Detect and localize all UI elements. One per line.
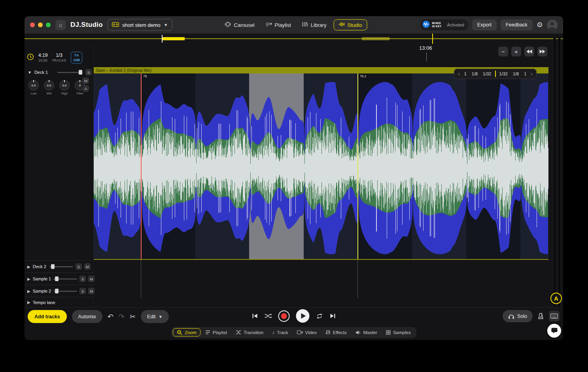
deck2-solo-button[interactable]: S	[76, 263, 82, 270]
lane-sample2[interactable]: ▶ Sample 2 S M	[25, 285, 93, 297]
loop-button[interactable]	[316, 313, 323, 319]
lane-tempo[interactable]: ▶ Tempo lane	[25, 297, 93, 307]
overview-playhead[interactable]	[432, 34, 433, 44]
nav-studio[interactable]: Studio	[334, 19, 367, 30]
deck2-mute-button[interactable]: M	[84, 263, 91, 270]
slider-thumb[interactable]	[51, 264, 55, 269]
close-window-button[interactable]	[30, 23, 35, 27]
app-logo: DJ.Studio	[70, 21, 103, 29]
cue-marker-line[interactable]	[141, 73, 142, 259]
knob-dial[interactable]: 0.0	[28, 80, 39, 90]
grid-prev-button[interactable]: ‹	[456, 71, 461, 77]
tab-transition[interactable]: Transition	[232, 329, 267, 336]
nav-carousel[interactable]: Carousel	[221, 19, 259, 30]
grid-division-5[interactable]: 1/8	[510, 71, 521, 77]
overview-view-region[interactable]	[162, 37, 185, 40]
home-icon: ⌂	[59, 22, 62, 28]
mixed-in-key-brand: MIXED IN KEY	[432, 22, 445, 28]
slider-thumb[interactable]	[79, 70, 82, 75]
eq-knob-mid[interactable]: 0.0 Mid	[42, 80, 56, 95]
automix-button[interactable]: Automix	[72, 310, 102, 323]
knob-label: Filter	[76, 92, 83, 95]
deck1-solo-button[interactable]: S	[85, 69, 92, 75]
track-sidebar: 4:19 16:50 1/3 TRACKS 7A 10B ▼ Deck 1	[25, 44, 94, 307]
harmonic-key-badge[interactable]: 7A 10B	[71, 52, 82, 64]
music-note-icon: ♪	[272, 330, 274, 335]
sample1-volume-slider[interactable]	[53, 276, 77, 281]
keyboard-shortcuts-button[interactable]	[549, 311, 560, 321]
chat-launcher-button[interactable]	[547, 324, 561, 338]
grid-division-6[interactable]: 1	[522, 71, 529, 77]
nav-library[interactable]: Library	[298, 19, 331, 30]
eq-knob-high[interactable]: 0.0 High	[58, 80, 71, 95]
solo-headphones-button[interactable]: Solo	[503, 310, 533, 322]
sample2-volume-slider[interactable]	[53, 289, 77, 293]
metronome-button[interactable]	[538, 313, 544, 319]
maximize-window-button[interactable]	[46, 23, 51, 27]
slider-thumb[interactable]	[55, 289, 59, 293]
home-button[interactable]: ⌂	[55, 20, 66, 30]
timeline-overview[interactable]	[25, 34, 563, 44]
knob-dial[interactable]: 0.0	[59, 80, 70, 90]
split-button[interactable]: ✂	[130, 313, 136, 320]
view-tabs: Zoom Playlist Transition ♪ Track Video	[171, 327, 416, 338]
undo-button[interactable]: ↶	[108, 313, 113, 320]
nav-carousel-label: Carousel	[234, 22, 255, 28]
play-button[interactable]	[296, 309, 310, 323]
assistant-logo-button[interactable]: A	[550, 293, 562, 304]
skip-to-start-button[interactable]	[252, 313, 258, 319]
minimize-window-button[interactable]	[38, 23, 43, 27]
nav-playlist[interactable]: Playlist	[262, 20, 295, 30]
transition-jump-button[interactable]	[265, 313, 272, 319]
tab-samples[interactable]: Samples	[382, 329, 415, 336]
record-button[interactable]	[278, 310, 290, 322]
knob-dial[interactable]: 0.0	[44, 80, 54, 90]
feedback-button[interactable]: Feedback	[501, 19, 533, 30]
skip-to-end-button[interactable]	[330, 313, 336, 319]
overview-cursor[interactable]	[162, 35, 163, 43]
overview-track-line	[25, 38, 563, 39]
deck1-volume-slider[interactable]	[57, 70, 83, 75]
expand-sample2-icon[interactable]: ▶	[27, 289, 30, 293]
collapse-deck1-icon[interactable]: ▼	[28, 70, 32, 75]
lane-deck2[interactable]: ▶ Deck 2 S M	[25, 260, 93, 272]
lane-sample1[interactable]: ▶ Sample 1 S M	[25, 272, 93, 285]
tab-playlist[interactable]: Playlist	[201, 329, 231, 336]
grid-division-2[interactable]: 1/8	[469, 71, 480, 77]
grid-division-4[interactable]: 1/32	[495, 71, 510, 77]
deck1-eq-knobs: 0.0 Low 0.0 Mid 0.0 High 0 Filter	[27, 80, 87, 95]
slider-thumb[interactable]	[55, 276, 59, 281]
sample2-solo-button[interactable]: S	[79, 288, 86, 294]
tab-zoom[interactable]: Zoom	[173, 328, 200, 336]
tab-track[interactable]: ♪ Track	[268, 328, 292, 337]
playhead-marker-line[interactable]	[357, 73, 358, 259]
expand-deck2-icon[interactable]: ▶	[27, 265, 30, 269]
zoom-magnifier-icon	[177, 330, 182, 335]
overview-highlight-region[interactable]	[362, 37, 389, 40]
waveform-display[interactable]	[94, 73, 548, 259]
grid-snap-control: ‹ 1 1/8 1/32 1/32 1/8 1 ›	[454, 69, 537, 79]
track-title: Slam – Exhibit 2 (Original Mix)	[96, 68, 151, 73]
expand-tempo-icon[interactable]: ▶	[27, 300, 30, 304]
eq-knob-filter[interactable]: 0 Filter	[73, 80, 87, 95]
sample1-solo-button[interactable]: S	[79, 276, 86, 282]
settings-button[interactable]: ⚙	[537, 21, 543, 28]
grid-next-button[interactable]: ›	[529, 71, 534, 77]
tab-video[interactable]: Video	[293, 329, 321, 336]
redo-button[interactable]: ↷	[119, 313, 125, 320]
deck2-volume-slider[interactable]	[49, 264, 73, 269]
mixed-in-key-badge[interactable]: MIXED IN KEY Activated	[420, 19, 468, 30]
export-button[interactable]: Export	[472, 19, 497, 30]
edit-menu-button[interactable]: Edit ▼	[141, 310, 169, 323]
grid-division-1[interactable]: 1	[462, 71, 469, 77]
skip-start-icon	[252, 313, 258, 319]
tab-effects[interactable]: Effects	[321, 328, 351, 336]
project-selector[interactable]: short stem demo ▼	[108, 19, 172, 31]
add-tracks-button[interactable]: Add tracks	[28, 310, 67, 323]
expand-sample1-icon[interactable]: ▶	[27, 277, 30, 281]
user-avatar[interactable]	[547, 20, 558, 30]
eq-knob-low[interactable]: 0.0 Low	[27, 80, 40, 95]
tab-master[interactable]: Master	[352, 329, 381, 336]
knob-dial[interactable]: 0	[75, 80, 85, 90]
grid-division-3[interactable]: 1/32	[480, 71, 493, 77]
